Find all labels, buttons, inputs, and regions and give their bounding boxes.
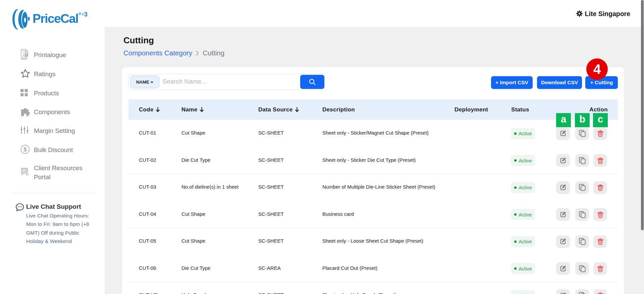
svg-text:★: ★ (26, 173, 28, 176)
svg-text:$: $ (23, 146, 27, 153)
